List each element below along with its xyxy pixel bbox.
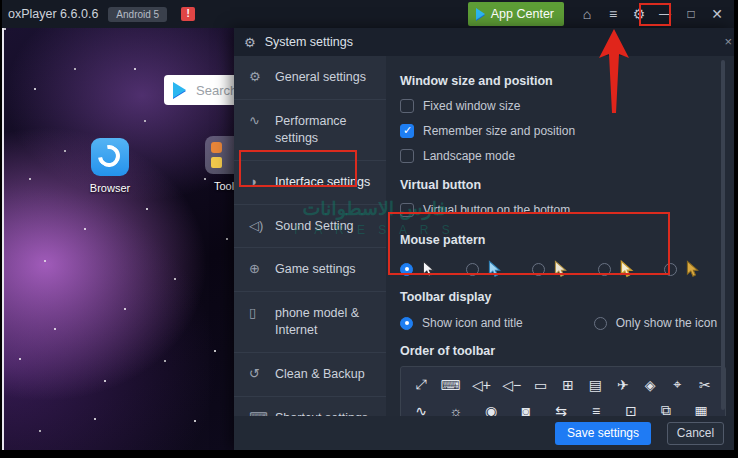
pulse-icon: ∿ [249,112,264,130]
mouse-pattern-option-5[interactable] [664,260,701,278]
radio-label-show-icon-and-title[interactable]: Show icon and title [422,316,523,330]
keyboard-icon[interactable]: ⌨ [440,377,460,393]
section-title: Window size and position [400,74,720,88]
section-title: Mouse pattern [400,233,720,247]
install-apk-icon[interactable]: ⊞ [560,377,576,393]
close-button[interactable]: ✕ [704,2,730,26]
toolbar-order-box: ⤢ ⌨ ◁+ ◁− ▭ ⊞ ▤ ✈ ◈ ⌖ ✂ [400,366,726,416]
shake-icon[interactable]: ◈ [642,377,658,393]
app-label: Tool [194,180,234,192]
swap-icon[interactable]: ⇆ [553,403,569,417]
alert-icon[interactable]: ! [181,7,195,21]
sidebar-item-performance-settings[interactable]: ∿ Performance settings [234,100,386,161]
sidebar-item-label: Interface settings [275,174,370,191]
theme-icon[interactable]: ⌂ [574,2,600,26]
interface-settings-panel: Window size and position Fixed window si… [386,56,734,416]
cancel-button[interactable]: Cancel [667,422,724,445]
cut-icon[interactable]: ✂ [697,377,713,393]
monitor-icon[interactable]: ▭ [533,377,549,393]
settings-gear-icon[interactable]: ⚙ [626,2,652,26]
volume-down-icon[interactable]: ◁− [502,377,521,393]
minimize-button[interactable]: — [652,2,678,26]
radio-selected-icon [400,263,413,276]
spinner-icon[interactable]: ☼ [448,403,464,417]
browser-app-icon[interactable]: Browser [80,138,140,194]
menu-lines-icon[interactable]: ≡ [588,403,604,417]
rocket-icon[interactable]: ✈ [615,377,631,393]
sidebar-item-label: Shortcut settings [275,410,368,416]
window-title: oxPlayer 6.6.0.6 [8,7,98,21]
checkbox-remember-size-position[interactable]: Remember size and position [400,124,720,138]
video-record-icon[interactable]: ◙ [518,403,534,417]
search-bar[interactable]: Search [164,75,234,105]
dialog-scrollbar[interactable] [721,60,725,410]
section-title: Virtual button [400,178,720,192]
mouse-pattern-option-2[interactable] [466,260,503,278]
fullscreen-icon[interactable]: ⤢ [413,376,429,393]
palette-icon: ◑ [249,173,264,191]
app-center-button[interactable]: App Center [468,2,564,26]
checkbox-virtual-button-bottom[interactable]: Virtual button on the bottom [400,203,720,217]
cascade-windows-icon[interactable]: ⧉ [658,402,674,416]
radio-icon[interactable] [594,317,607,330]
checkbox-label: Remember size and position [423,124,575,138]
screenshot-frame-icon[interactable]: ⊡ [623,403,639,417]
menu-icon[interactable]: ≡ [600,2,626,26]
checkbox-fixed-window-size[interactable]: Fixed window size [400,99,720,113]
sidebar-item-phone-model-internet[interactable]: ▯ phone model & Internet [234,292,386,353]
checkbox-label: Fixed window size [423,99,520,113]
cursor-gold-outline-icon [618,260,635,278]
title-bar: oxPlayer 6.6.0.6 Android 5 ! App Center … [2,0,734,28]
file-drawer-icon[interactable]: ▤ [587,377,603,393]
mouse-pattern-option-4[interactable] [598,260,635,278]
noxplayer-window: oxPlayer 6.6.0.6 Android 5 ! App Center … [2,0,734,450]
keyboard-icon: ⌨ [249,409,264,416]
radio-icon [664,263,677,276]
cursor-gold-icon [684,260,701,278]
checkbox-landscape-mode[interactable]: Landscape mode [400,149,720,163]
multitouch-icon[interactable]: ∿ [413,403,429,417]
volume-up-icon[interactable]: ◁+ [472,377,491,393]
screenshot-root: oxPlayer 6.6.0.6 Android 5 ! App Center … [0,0,738,458]
mouse-pattern-options [400,260,720,278]
gear-icon: ⚙ [249,68,264,86]
dialog-close-icon[interactable]: × [724,34,732,49]
system-settings-dialog: ⚙ System settings × ⚙ General settings ∿… [234,28,734,450]
sidebar-item-label: Performance settings [275,113,371,147]
checkbox-checked-icon [400,124,414,138]
radio-label-only-show-icon[interactable]: Only show the icon [616,316,717,330]
app-center-label: App Center [491,7,554,21]
sidebar-item-game-settings[interactable]: ⊕ Game settings [234,248,386,292]
sidebar-item-sound-setting[interactable]: ◁) Sound Setting [234,205,386,249]
section-title: Toolbar display [400,290,720,304]
radio-icon [466,263,479,276]
record-icon[interactable]: ◉ [483,403,499,417]
virtual-keys-icon[interactable]: ▦ [693,403,709,417]
radio-icon [532,263,545,276]
sidebar-item-interface-settings[interactable]: ◑ Interface settings [234,161,386,205]
sidebar-item-clean-backup[interactable]: ↺ Clean & Backup [234,353,386,397]
sidebar-item-label: Game settings [275,261,356,278]
radio-selected-icon[interactable] [400,317,413,330]
phone-icon: ▯ [249,304,264,322]
tools-folder-icon[interactable]: Tool [194,136,234,192]
app-label: Browser [80,182,140,194]
browser-icon [91,138,129,176]
starfield [4,28,6,30]
speaker-icon: ◁) [249,217,264,235]
sidebar-item-shortcut-settings[interactable]: ⌨ Shortcut settings [234,397,386,416]
sidebar-item-general-settings[interactable]: ⚙ General settings [234,56,386,100]
checkbox-icon [400,99,414,113]
maximize-button[interactable]: □ [678,2,704,26]
toolbar-icons-row-2: ∿ ☼ ◉ ◙ ⇆ ≡ ⊡ ⧉ ▦ [413,402,713,416]
mouse-pattern-option-3[interactable] [532,260,569,278]
search-placeholder: Search [196,83,234,98]
location-icon[interactable]: ⌖ [670,376,686,393]
dialog-title: System settings [265,35,353,49]
checkbox-label: Landscape mode [423,149,515,163]
sidebar-item-label: Sound Setting [275,218,354,235]
mouse-pattern-option-1[interactable] [400,260,437,278]
android-version-badge: Android 5 [108,7,167,22]
save-settings-button[interactable]: Save settings [555,422,651,445]
play-store-icon [476,8,485,20]
